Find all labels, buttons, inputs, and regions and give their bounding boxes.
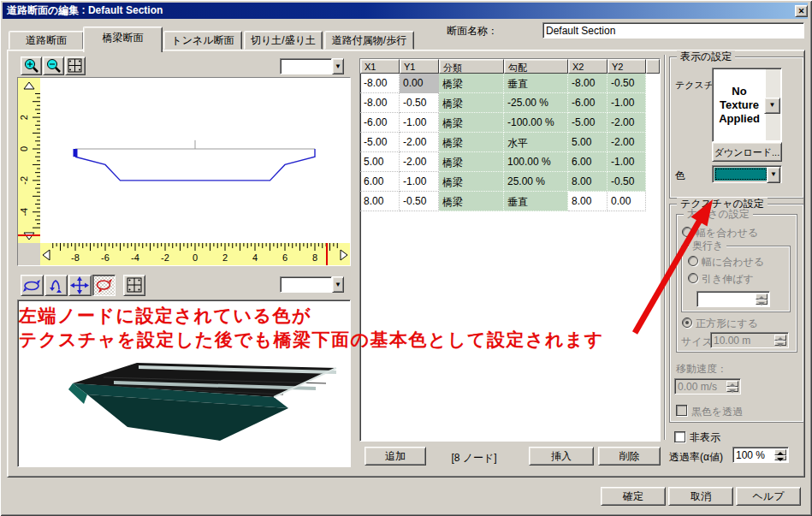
cell-slope[interactable]: -25.00 %	[504, 93, 568, 113]
tab-road-accessories[interactable]: 道路付属物/歩行	[324, 31, 414, 50]
cell-x2[interactable]: 8.00	[568, 172, 608, 192]
insert-node-button[interactable]: 挿入	[529, 447, 594, 466]
cell-x2[interactable]: 8.00	[568, 192, 608, 211]
download-button[interactable]: ダウンロード...	[712, 142, 782, 162]
radio-square[interactable]	[682, 317, 692, 328]
help-button[interactable]: ヘルプ	[736, 487, 801, 506]
cell-y2[interactable]: -0.50	[608, 172, 646, 192]
spin-down-icon[interactable]	[756, 300, 768, 305]
cell-x1[interactable]: 5.00	[360, 152, 400, 172]
cell-y1[interactable]: -2.00	[400, 133, 439, 152]
col-header-x2[interactable]: X2	[568, 59, 608, 74]
cell-x1[interactable]: 6.00	[360, 172, 400, 192]
cell-y1[interactable]: -1.00	[400, 172, 439, 192]
radio-stretch[interactable]	[688, 273, 698, 283]
cell-class[interactable]: 橋梁	[439, 93, 504, 113]
cell-slope[interactable]: 垂直	[504, 192, 568, 211]
cell-y2[interactable]: 0.00	[608, 192, 646, 211]
annotation-line-1: 左端ノードに設定されている色が	[19, 304, 311, 328]
view2d-scale-combo-arrow[interactable]: ▼	[332, 58, 344, 74]
cell-y2[interactable]: -0.50	[608, 74, 646, 93]
ok-button[interactable]: 確定	[601, 487, 666, 506]
cell-slope[interactable]: 25.00 %	[504, 172, 568, 192]
rotate-vertical-button[interactable]	[44, 275, 68, 296]
tab-cut-fill[interactable]: 切り土/盛り土	[244, 31, 323, 50]
cell-x2[interactable]: -5.00	[568, 113, 608, 133]
cell-class[interactable]: 橋梁	[439, 152, 504, 172]
view2d-scale-combo[interactable]	[280, 58, 332, 74]
cell-class[interactable]: 橋梁	[439, 192, 504, 211]
cell-x1[interactable]: -8.00	[360, 74, 400, 93]
view3d-scale-combo[interactable]	[280, 276, 332, 293]
depth-size-spinner[interactable]	[696, 291, 770, 307]
texture-combo[interactable]: No Texture Applied ▼	[712, 68, 782, 142]
fit-view-button[interactable]	[65, 56, 86, 75]
rotate-free-button[interactable]	[92, 275, 116, 296]
color-swatch[interactable]	[714, 168, 768, 181]
cell-x2[interactable]: -6.00	[568, 93, 608, 113]
zoom-in-button[interactable]	[21, 56, 42, 75]
spin-down-icon[interactable]	[774, 341, 786, 347]
col-header-class[interactable]: 分類	[439, 59, 504, 74]
cell-x1[interactable]: -6.00	[360, 113, 400, 133]
cell-slope[interactable]: 垂直	[504, 74, 568, 93]
black-transparent-checkbox[interactable]	[676, 405, 687, 416]
cross-section-canvas[interactable]	[40, 78, 350, 243]
cell-y1[interactable]: -0.50	[400, 192, 439, 211]
cancel-button[interactable]: 取消	[668, 487, 733, 506]
radio-fit-width[interactable]	[682, 227, 692, 237]
texture-combo-arrow[interactable]: ▼	[764, 98, 780, 114]
cell-y1[interactable]: -2.00	[400, 152, 439, 172]
section-name-input[interactable]: Default Section	[542, 22, 804, 39]
alpha-spinner[interactable]: 100 %	[732, 447, 789, 463]
add-node-button[interactable]: 追加	[365, 447, 426, 466]
table-row: -5.00 -2.00 橋梁 水平 5.00 -2.00	[360, 133, 660, 152]
rotate-horizontal-icon	[21, 276, 43, 295]
col-header-y2[interactable]: Y2	[608, 59, 646, 74]
cell-y2[interactable]: -1.00	[608, 152, 646, 172]
color-picker[interactable]: ▼	[712, 165, 782, 183]
cell-slope[interactable]: 100.00 %	[504, 152, 568, 172]
cell-x2[interactable]: 5.00	[568, 133, 608, 152]
cell-y1-selected[interactable]: 0.00	[400, 74, 439, 93]
tab-tunnel-section[interactable]: トンネル断面	[163, 31, 242, 50]
delete-node-button[interactable]: 削除	[598, 447, 661, 466]
move-speed-spinner[interactable]: 0.00 m/s	[674, 378, 741, 394]
cell-class[interactable]: 橋梁	[439, 172, 504, 192]
cell-y2[interactable]: -2.00	[608, 133, 646, 152]
col-header-x1[interactable]: X1	[360, 59, 400, 74]
cell-class[interactable]: 橋梁	[439, 74, 504, 93]
fit-3d-view-button[interactable]	[123, 275, 145, 296]
cell-slope[interactable]: 水平	[504, 133, 568, 152]
cell-x2[interactable]: -8.00	[568, 74, 608, 93]
cell-slope[interactable]: -100.00 %	[504, 113, 568, 133]
cell-class[interactable]: 橋梁	[439, 113, 504, 133]
cell-x1[interactable]: -8.00	[360, 93, 400, 113]
cell-x1[interactable]: 8.00	[360, 192, 400, 211]
svg-text:2: 2	[222, 252, 228, 263]
radio-match-width[interactable]	[688, 256, 698, 266]
color-combo-arrow[interactable]: ▼	[767, 167, 780, 183]
spin-down-icon[interactable]	[774, 455, 786, 461]
cell-class[interactable]: 橋梁	[439, 133, 504, 152]
col-header-filler	[646, 59, 660, 74]
spin-down-icon[interactable]	[726, 387, 738, 393]
rotate-horizontal-button[interactable]	[21, 275, 44, 296]
cell-y1[interactable]: -1.00	[400, 113, 439, 133]
cell-y2[interactable]: -1.00	[608, 93, 646, 113]
pan-button[interactable]	[68, 275, 92, 296]
cell-x1[interactable]: -5.00	[360, 133, 400, 152]
hide-checkbox[interactable]	[674, 431, 685, 442]
cell-x2[interactable]: 6.00	[568, 152, 608, 172]
close-button[interactable]: ✕	[795, 5, 808, 17]
view3d-scale-combo-arrow[interactable]: ▼	[332, 276, 344, 293]
size-spinner[interactable]: 10.00 m	[710, 332, 789, 348]
tab-road-section[interactable]: 道路断面	[9, 31, 84, 50]
cell-y2[interactable]: -2.00	[608, 113, 646, 133]
col-header-slope[interactable]: 勾配	[504, 59, 568, 74]
cell-y1[interactable]: -0.50	[400, 93, 439, 113]
tab-bridge-section[interactable]: 橋梁断面	[83, 27, 163, 52]
radio-match-width-label: 幅に合わせる	[702, 255, 764, 270]
col-header-y1[interactable]: Y1	[400, 59, 439, 74]
zoom-out-button[interactable]	[43, 56, 64, 75]
